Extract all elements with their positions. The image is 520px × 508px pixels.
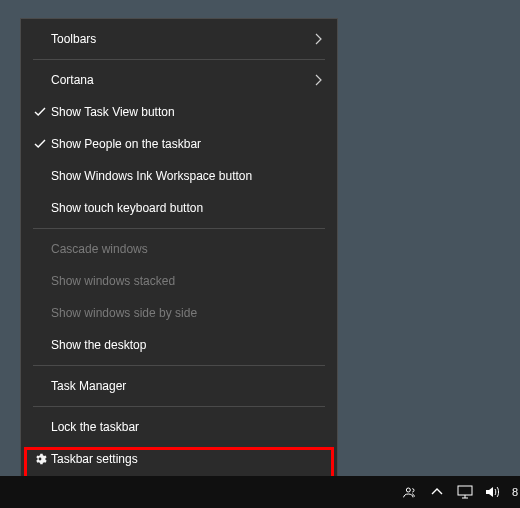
separator [33, 59, 325, 60]
menu-label: Show touch keyboard button [51, 201, 323, 215]
menu-item-show-task-view[interactable]: Show Task View button [21, 96, 337, 128]
taskbar-context-menu: Toolbars Cortana Show Task View button S… [20, 18, 338, 480]
chevron-right-icon [315, 33, 323, 45]
menu-item-cascade: Cascade windows [21, 233, 337, 265]
menu-item-show-desktop[interactable]: Show the desktop [21, 329, 337, 361]
people-icon[interactable] [400, 483, 418, 501]
menu-item-lock-taskbar[interactable]: Lock the taskbar [21, 411, 337, 443]
menu-label: Show the desktop [51, 338, 323, 352]
menu-label: Show People on the taskbar [51, 137, 323, 151]
menu-label: Lock the taskbar [51, 420, 323, 434]
menu-label: Toolbars [51, 32, 315, 46]
clock-partial[interactable]: 8 [512, 487, 518, 498]
chevron-right-icon [315, 74, 323, 86]
separator [33, 406, 325, 407]
menu-label: Show windows side by side [51, 306, 323, 320]
menu-label: Show Windows Ink Workspace button [51, 169, 323, 183]
monitor-icon[interactable] [456, 483, 474, 501]
menu-item-stacked: Show windows stacked [21, 265, 337, 297]
menu-label: Taskbar settings [51, 452, 323, 466]
separator [33, 365, 325, 366]
check-icon [29, 138, 51, 150]
svg-point-0 [39, 458, 42, 461]
menu-label: Task Manager [51, 379, 323, 393]
separator [33, 228, 325, 229]
system-tray: 8 [400, 483, 518, 501]
menu-item-side-by-side: Show windows side by side [21, 297, 337, 329]
menu-item-cortana[interactable]: Cortana [21, 64, 337, 96]
svg-rect-1 [458, 486, 472, 495]
menu-label: Cortana [51, 73, 315, 87]
menu-label: Cascade windows [51, 242, 323, 256]
menu-label: Show windows stacked [51, 274, 323, 288]
check-icon [29, 106, 51, 118]
menu-label: Show Task View button [51, 105, 323, 119]
menu-item-toolbars[interactable]: Toolbars [21, 23, 337, 55]
menu-item-show-people[interactable]: Show People on the taskbar [21, 128, 337, 160]
gear-icon [29, 452, 51, 466]
taskbar[interactable]: 8 [0, 476, 520, 508]
chevron-up-icon[interactable] [428, 483, 446, 501]
volume-icon[interactable] [484, 483, 502, 501]
menu-item-taskbar-settings[interactable]: Taskbar settings [21, 443, 337, 475]
menu-item-show-ink[interactable]: Show Windows Ink Workspace button [21, 160, 337, 192]
menu-item-task-manager[interactable]: Task Manager [21, 370, 337, 402]
menu-item-show-touch-keyboard[interactable]: Show touch keyboard button [21, 192, 337, 224]
